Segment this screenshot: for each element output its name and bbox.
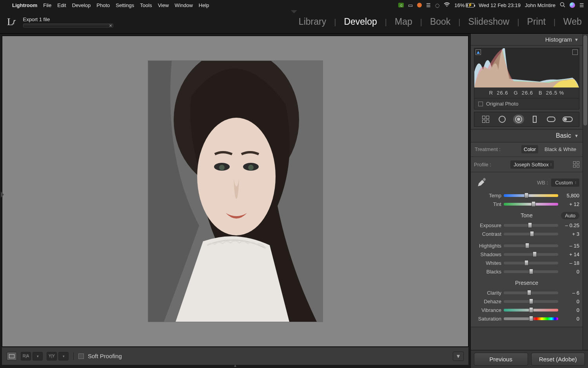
histogram-chart[interactable] [474,48,579,87]
profile-browser-icon[interactable] [573,161,579,168]
wb-dropdown[interactable]: Custom⁝ [551,179,579,187]
whites-value[interactable]: – 18 [561,260,579,266]
menu-window[interactable]: Window [175,2,193,8]
exposure-value[interactable]: – 0.25 [561,222,579,228]
before-after-lr-button[interactable]: R|A [21,352,31,361]
before-after-yy-menu-button[interactable]: ▾ [58,352,69,361]
export-cancel-icon[interactable]: ✕ [109,24,112,28]
tint-slider[interactable] [504,203,558,206]
crop-tool[interactable] [480,115,491,124]
reset-button[interactable]: Reset (Adobe) [531,353,585,366]
dehaze-value[interactable]: 0 [561,299,579,304]
exposure-label: Exposure [474,222,501,228]
presence-label: Presence [515,280,538,286]
soft-proofing-checkbox[interactable] [78,353,84,359]
adjustment-brush-tool[interactable] [562,115,573,124]
blacks-slider[interactable] [504,270,558,273]
highlights-value[interactable]: – 15 [561,243,579,249]
tint-value[interactable]: + 12 [561,201,579,207]
module-develop[interactable]: Develop [344,16,377,27]
white-balance-picker-icon[interactable] [474,175,490,189]
basic-disclose-icon: ▼ [574,133,579,138]
contrast-value[interactable]: + 3 [561,231,579,237]
menu-photo[interactable]: Photo [96,2,110,8]
menu-help[interactable]: Help [199,2,209,8]
photo-preview[interactable] [148,61,323,322]
module-library[interactable]: Library [299,16,326,27]
before-after-menu-button[interactable]: ▾ [33,352,43,361]
module-slideshow[interactable]: Slideshow [468,16,510,27]
treatment-bw[interactable]: Black & White [542,145,579,153]
image-canvas[interactable] [2,36,468,347]
toolbar-options-button[interactable]: ▾ [453,352,464,361]
auto-tone-button[interactable]: Auto [561,212,579,219]
contrast-slider[interactable] [504,233,558,235]
profile-dropdown[interactable]: Joseph Softbox⁝ [510,160,554,169]
highlights-slider[interactable] [504,244,558,247]
menubar-app-name[interactable]: Lightroom [12,2,37,8]
saturation-slider[interactable] [504,317,558,320]
battery-status[interactable]: 16% ⚡ [454,2,474,8]
exposure-slider[interactable] [504,224,558,227]
radial-filter-tool[interactable] [546,115,557,124]
histogram-disclose-icon: ▼ [574,37,579,42]
before-after-yy-button[interactable]: Y|Y [47,352,57,361]
tray-app-icon[interactable]: ♫ [398,3,404,7]
temp-value[interactable]: 5,800 [561,193,579,199]
loupe-view-button[interactable] [7,352,17,361]
panel-scrollbar[interactable] [583,34,588,350]
module-print[interactable]: Print [527,16,546,27]
display-icon[interactable]: ▭ [408,2,413,8]
previous-button[interactable]: Previous [474,353,528,366]
module-map[interactable]: Map [395,16,412,27]
filmstrip-toggle-icon[interactable]: ▲ [2,365,468,368]
treatment-color[interactable]: Color [521,145,538,153]
module-book[interactable]: Book [430,16,450,27]
vibrance-value[interactable]: 0 [561,307,579,313]
spot-tool[interactable] [497,115,508,124]
saturation-value[interactable]: 0 [561,316,579,322]
cc-status-icon[interactable] [417,3,422,7]
basic-header[interactable]: Basic ▼ [471,129,583,142]
blacks-value[interactable]: 0 [561,269,579,275]
original-photo-label: Original Photo [486,101,518,107]
clarity-slider[interactable] [504,291,558,294]
menubar-username[interactable]: John McIntire [525,2,555,8]
temp-label: Temp [474,193,501,199]
saturation-label: Saturation [474,316,501,322]
highlight-clip-icon[interactable] [572,49,578,55]
export-progress-bar[interactable]: ✕ [23,24,113,27]
spotlight-icon[interactable] [560,2,565,9]
histogram-title: Histogram [545,36,572,43]
menubar-datetime[interactable]: Wed 12 Feb 23:19 [479,2,521,8]
graduated-filter-tool[interactable] [529,115,540,124]
sync-icon[interactable]: ◌ [435,2,439,8]
disk-icon[interactable]: ☰ [426,2,431,8]
original-photo-checkbox[interactable] [478,102,483,106]
temp-slider[interactable] [504,194,558,197]
module-web[interactable]: Web [563,16,582,27]
menu-edit[interactable]: Edit [57,2,66,8]
develop-right-panel: Histogram ▼ R [470,34,588,368]
left-panel-toggle-icon[interactable] [1,191,4,198]
module-picker: Library| Develop| Map| Book| Slideshow| … [299,16,582,27]
dehaze-slider[interactable] [504,300,558,303]
menu-view[interactable]: View [158,2,169,8]
redeye-tool[interactable] [513,115,524,124]
shadow-clip-icon[interactable] [475,49,481,55]
menu-tools[interactable]: Tools [140,2,152,8]
top-panel-collapse-icon[interactable] [291,10,297,13]
whites-slider[interactable] [504,262,558,264]
vibrance-slider[interactable] [504,309,558,312]
control-center-icon[interactable]: ☰ [579,2,584,8]
siri-icon[interactable] [570,2,575,8]
menu-file[interactable]: File [43,2,51,8]
histogram-header[interactable]: Histogram ▼ [471,34,583,46]
clarity-value[interactable]: – 6 [561,290,579,296]
svg-point-0 [561,2,564,6]
menu-settings[interactable]: Settings [116,2,134,8]
wifi-icon[interactable] [444,2,450,8]
menu-develop[interactable]: Develop [72,2,91,8]
shadows-slider[interactable] [504,253,558,256]
shadows-value[interactable]: + 14 [561,251,579,257]
